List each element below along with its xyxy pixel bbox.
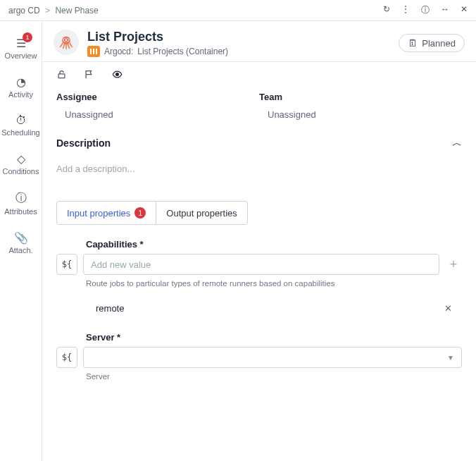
sidenav-label: Conditions <box>3 167 39 176</box>
more-vertical-icon[interactable]: ⋮ <box>401 4 410 16</box>
top-actions: ↻ ⋮ ⓘ ↔ ✕ <box>383 4 468 16</box>
add-value-button[interactable]: + <box>445 257 462 272</box>
sidenav-label: Attach. <box>8 246 32 254</box>
capabilities-label: Capabilities * <box>86 239 462 250</box>
calendar-icon: 🗓 <box>408 37 418 49</box>
server-select[interactable]: ▼ <box>83 347 462 368</box>
tab-output-properties[interactable]: Output properties <box>156 201 247 225</box>
lock-icon[interactable] <box>56 69 67 82</box>
capability-chip-label: remote <box>96 303 124 314</box>
paperclip-icon: 📎 <box>0 231 42 245</box>
server-help: Server <box>86 372 462 381</box>
status-pill[interactable]: 🗓 Planned <box>399 34 465 52</box>
tab-label: Output properties <box>166 208 237 219</box>
action-icons-row <box>42 62 476 89</box>
clock-icon: ◔ <box>0 75 42 89</box>
team-value: Unassigned <box>268 109 462 120</box>
octopus-icon <box>57 33 75 51</box>
list-icon: ☰ <box>0 37 42 50</box>
description-label: Description <box>56 137 452 149</box>
assignee-label: Assignee <box>56 92 259 102</box>
task-avatar <box>54 30 79 55</box>
breadcrumb-separator: > <box>45 6 50 16</box>
svg-rect-5 <box>58 74 65 78</box>
breadcrumb-current: New Phase <box>55 6 98 16</box>
sidenav-label: Scheduling <box>1 128 39 137</box>
assignee-field[interactable]: Assignee Unassigned <box>56 92 259 120</box>
page-subtitle: Argocd: List Projects (Container) <box>87 46 399 57</box>
stopwatch-icon: ⏱ <box>0 114 42 127</box>
team-label: Team <box>259 92 462 102</box>
svg-point-4 <box>67 39 68 41</box>
info-circle-icon: ⓘ <box>0 191 42 206</box>
subtitle-prefix: Argocd: <box>104 47 133 56</box>
sidenav-item-activity[interactable]: ◔ Activity <box>0 68 42 107</box>
tab-label: Input properties <box>67 208 130 219</box>
variable-button[interactable]: ${ <box>56 347 77 368</box>
sidenav-item-attributes[interactable]: ⓘ Attributes <box>0 184 42 224</box>
side-nav: ☰ 1 Overview ◔ Activity ⏱ Scheduling ◇ C… <box>0 21 42 461</box>
main-panel: List Projects Argocd: List Projects (Con… <box>42 21 476 461</box>
properties-tabs: Input properties 1 Output properties <box>56 201 462 225</box>
status-label: Planned <box>422 38 456 49</box>
diamond-icon: ◇ <box>0 152 42 166</box>
sidenav-label: Overview <box>5 51 37 60</box>
container-type-badge <box>87 46 100 57</box>
flag-icon[interactable] <box>84 69 94 82</box>
description-input[interactable]: Add a description... <box>56 164 462 174</box>
tab-input-properties[interactable]: Input properties 1 <box>56 201 156 225</box>
sidenav-item-overview[interactable]: ☰ 1 Overview <box>0 30 42 68</box>
input-properties-form: Capabilities * ${ + Route jobs to partic… <box>42 225 476 381</box>
variable-button[interactable]: ${ <box>56 254 77 275</box>
eye-icon[interactable] <box>111 69 123 82</box>
capabilities-input[interactable] <box>83 254 439 275</box>
top-bar: argo CD > New Phase ↻ ⋮ ⓘ ↔ ✕ <box>0 0 476 21</box>
subtitle-name: List Projects (Container) <box>137 47 228 56</box>
breadcrumb-root[interactable]: argo CD <box>8 6 40 16</box>
tab-badge: 1 <box>134 207 146 219</box>
close-icon[interactable]: ✕ <box>461 4 468 16</box>
server-label: Server * <box>86 332 462 343</box>
sidenav-item-attach[interactable]: 📎 Attach. <box>0 224 42 263</box>
remove-chip-icon[interactable]: ✕ <box>444 303 456 314</box>
capabilities-group: Capabilities * ${ + Route jobs to partic… <box>56 239 462 316</box>
server-group: Server * ${ ▼ Server <box>56 332 462 381</box>
expand-horizontal-icon[interactable]: ↔ <box>441 4 449 16</box>
chevron-up-icon[interactable]: ︿ <box>452 137 462 149</box>
overview-badge: 1 <box>23 32 32 42</box>
header: List Projects Argocd: List Projects (Con… <box>42 21 476 62</box>
sidenav-item-conditions[interactable]: ◇ Conditions <box>0 145 42 184</box>
breadcrumb: argo CD > New Phase <box>8 6 383 16</box>
capabilities-help: Route jobs to particular types of remote… <box>86 279 462 288</box>
sidenav-label: Attributes <box>4 207 37 216</box>
page-title: List Projects <box>87 30 399 44</box>
sidenav-item-scheduling[interactable]: ⏱ Scheduling <box>0 107 42 145</box>
sidenav-label: Activity <box>8 90 33 99</box>
fields-row: Assignee Unassigned Team Unassigned <box>42 89 476 130</box>
svg-point-6 <box>116 73 119 76</box>
refresh-icon[interactable]: ↻ <box>383 4 390 16</box>
team-field[interactable]: Team Unassigned <box>259 92 462 120</box>
info-icon[interactable]: ⓘ <box>421 4 430 16</box>
description-section: Description ︿ Add a description... <box>42 130 476 184</box>
chevron-down-icon: ▼ <box>447 354 454 362</box>
capability-chip: remote ✕ <box>86 300 462 316</box>
assignee-value: Unassigned <box>65 109 259 120</box>
svg-point-3 <box>64 39 65 41</box>
